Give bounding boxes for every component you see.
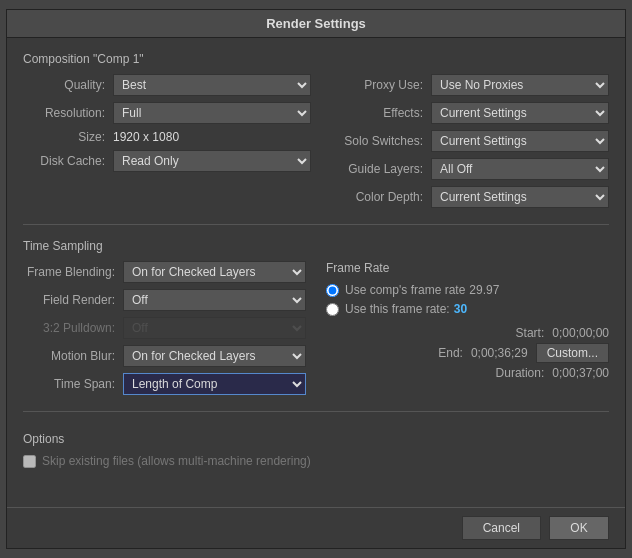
- frame-rate-title: Frame Rate: [326, 261, 609, 275]
- duration-value: 0;00;37;00: [552, 366, 609, 380]
- cancel-button[interactable]: Cancel: [462, 516, 541, 540]
- frame-rate-section: Frame Rate Use comp's frame rate 29.97 U…: [316, 261, 609, 401]
- left-column: Quality: Best Resolution: Full Size: 192…: [23, 74, 311, 214]
- divider-1: [23, 224, 609, 225]
- frame-rate-comp-value: 29.97: [469, 283, 499, 297]
- frame-rate-custom-radio[interactable]: [326, 303, 339, 316]
- skip-files-label: Skip existing files (allows multi-machin…: [42, 454, 311, 468]
- effects-label: Effects:: [321, 106, 431, 120]
- disk-cache-row: Disk Cache: Read Only: [23, 150, 311, 172]
- resolution-select[interactable]: Full: [113, 102, 311, 124]
- end-row: End: 0;00;36;29 Custom...: [326, 343, 609, 363]
- guide-label: Guide Layers:: [321, 162, 431, 176]
- frame-rate-comp-radio[interactable]: [326, 284, 339, 297]
- solo-select[interactable]: Current Settings: [431, 130, 609, 152]
- frame-rate-comp-row: Use comp's frame rate 29.97: [326, 283, 609, 297]
- time-sampling-left: Frame Blending: On for Checked Layers Fi…: [23, 261, 306, 401]
- ok-button[interactable]: OK: [549, 516, 609, 540]
- time-span-label: Time Span:: [23, 377, 123, 391]
- color-label: Color Depth:: [321, 190, 431, 204]
- time-span-row: Time Span: Length of Comp: [23, 373, 306, 395]
- composition-label: Composition "Comp 1": [23, 52, 609, 66]
- motion-blur-select[interactable]: On for Checked Layers: [123, 345, 306, 367]
- motion-blur-row: Motion Blur: On for Checked Layers: [23, 345, 306, 367]
- time-sampling-label: Time Sampling: [23, 239, 609, 253]
- size-value: 1920 x 1080: [113, 130, 179, 144]
- start-label: Start:: [516, 326, 545, 340]
- disk-cache-select[interactable]: Read Only: [113, 150, 311, 172]
- frame-rate-comp-label: Use comp's frame rate: [345, 283, 465, 297]
- effects-row: Effects: Current Settings: [321, 102, 609, 124]
- frame-rate-custom-label: Use this frame rate:: [345, 302, 450, 316]
- start-row: Start: 0;00;00;00: [326, 326, 609, 340]
- skip-files-row: Skip existing files (allows multi-machin…: [23, 454, 609, 468]
- resolution-label: Resolution:: [23, 106, 113, 120]
- field-render-label: Field Render:: [23, 293, 123, 307]
- frame-blending-label: Frame Blending:: [23, 265, 123, 279]
- frame-blending-row: Frame Blending: On for Checked Layers: [23, 261, 306, 283]
- proxy-select[interactable]: Use No Proxies: [431, 74, 609, 96]
- quality-label: Quality:: [23, 78, 113, 92]
- pulldown-row: 3:2 Pulldown: Off: [23, 317, 306, 339]
- motion-blur-label: Motion Blur:: [23, 349, 123, 363]
- duration-label: Duration:: [496, 366, 545, 380]
- top-section: Quality: Best Resolution: Full Size: 192…: [23, 74, 609, 214]
- effects-select[interactable]: Current Settings: [431, 102, 609, 124]
- dialog-footer: Cancel OK: [7, 507, 625, 548]
- disk-cache-label: Disk Cache:: [23, 154, 113, 168]
- resolution-row: Resolution: Full: [23, 102, 311, 124]
- proxy-row: Proxy Use: Use No Proxies: [321, 74, 609, 96]
- solo-row: Solo Switches: Current Settings: [321, 130, 609, 152]
- time-span-select[interactable]: Length of Comp: [123, 373, 306, 395]
- time-sampling-section: Frame Blending: On for Checked Layers Fi…: [23, 261, 609, 401]
- right-column: Proxy Use: Use No Proxies Effects: Curre…: [321, 74, 609, 214]
- options-label: Options: [23, 432, 609, 446]
- timing-info: Start: 0;00;00;00 End: 0;00;36;29 Custom…: [326, 326, 609, 380]
- size-label: Size:: [23, 130, 113, 144]
- color-row: Color Depth: Current Settings: [321, 186, 609, 208]
- guide-select[interactable]: All Off: [431, 158, 609, 180]
- frame-blending-select[interactable]: On for Checked Layers: [123, 261, 306, 283]
- field-render-select[interactable]: Off: [123, 289, 306, 311]
- color-select[interactable]: Current Settings: [431, 186, 609, 208]
- end-value: 0;00;36;29: [471, 346, 528, 360]
- end-label: End:: [438, 346, 463, 360]
- dialog-title: Render Settings: [7, 10, 625, 38]
- size-row: Size: 1920 x 1080: [23, 130, 311, 144]
- frame-rate-custom-row: Use this frame rate: 30: [326, 302, 609, 316]
- proxy-label: Proxy Use:: [321, 78, 431, 92]
- quality-select[interactable]: Best: [113, 74, 311, 96]
- field-render-row: Field Render: Off: [23, 289, 306, 311]
- solo-label: Solo Switches:: [321, 134, 431, 148]
- divider-2: [23, 411, 609, 412]
- pulldown-select: Off: [123, 317, 306, 339]
- pulldown-label: 3:2 Pulldown:: [23, 321, 123, 335]
- dialog-content: Composition "Comp 1" Quality: Best Resol…: [7, 38, 625, 507]
- quality-row: Quality: Best: [23, 74, 311, 96]
- skip-files-checkbox: [23, 455, 36, 468]
- frame-rate-custom-value: 30: [454, 302, 467, 316]
- options-section: Options Skip existing files (allows mult…: [23, 428, 609, 468]
- start-value: 0;00;00;00: [552, 326, 609, 340]
- duration-row: Duration: 0;00;37;00: [326, 366, 609, 380]
- render-settings-dialog: Render Settings Composition "Comp 1" Qua…: [6, 9, 626, 549]
- guide-row: Guide Layers: All Off: [321, 158, 609, 180]
- custom-button[interactable]: Custom...: [536, 343, 609, 363]
